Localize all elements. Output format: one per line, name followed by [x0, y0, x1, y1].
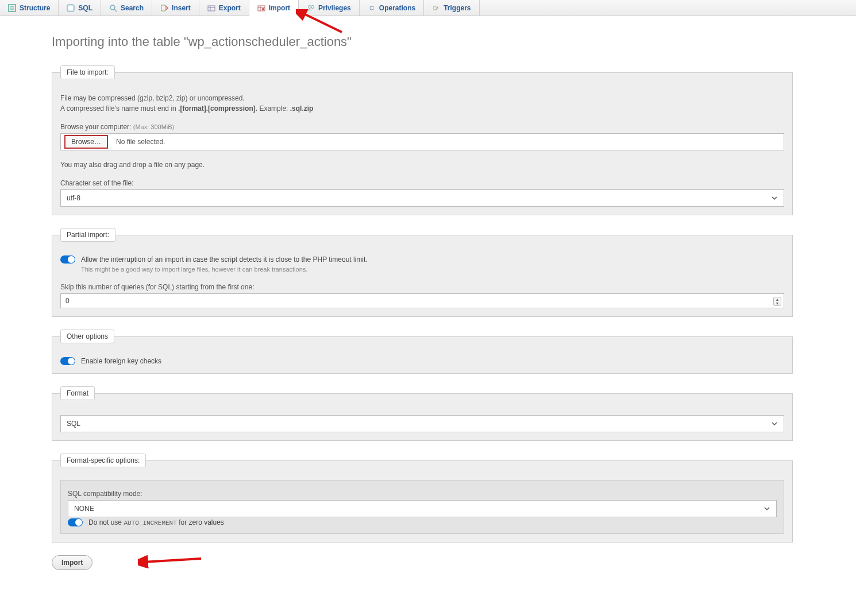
fieldset-format-specific: Format-specific options: SQL compatibili…: [52, 454, 793, 543]
sql-compat-label: SQL compatibility mode:: [68, 490, 777, 498]
insert-icon: [160, 4, 168, 12]
svg-point-16: [309, 5, 311, 8]
page-title: Importing into the table "wp_actionsched…: [52, 34, 804, 49]
charset-label: Character set of the file:: [60, 179, 784, 187]
annotation-arrow-import-btn: [138, 553, 207, 570]
tab-label: SQL: [78, 4, 92, 12]
format-select[interactable]: SQL: [60, 415, 784, 432]
tab-label: Export: [219, 4, 241, 12]
skip-queries-label: Skip this number of queries (for SQL) st…: [60, 283, 784, 291]
tab-import[interactable]: Import: [249, 0, 299, 16]
browse-button[interactable]: Browse…: [64, 135, 108, 149]
tab-label: Privileges: [318, 4, 351, 12]
foreign-key-checks-label: Enable foreign key checks: [81, 357, 161, 365]
search-icon: [109, 4, 117, 12]
svg-rect-5: [68, 6, 73, 10]
sql-compat-select[interactable]: NONE: [68, 500, 777, 517]
tab-privileges[interactable]: Privileges: [299, 0, 360, 16]
export-icon: [207, 4, 215, 12]
top-tabs: Structure SQL Search Insert Export Impor…: [0, 0, 856, 16]
svg-point-6: [110, 5, 115, 10]
toggle-allow-interruption[interactable]: [60, 255, 75, 264]
import-icon: [257, 4, 265, 12]
skip-queries-input[interactable]: 0 ▲▼: [60, 293, 784, 308]
chevron-down-icon: [771, 420, 778, 429]
sql-compat-value: NONE: [74, 505, 94, 513]
chevron-down-icon: [771, 195, 778, 203]
fieldset-other-options: Other options Enable foreign key checks: [52, 330, 793, 374]
fso-inner: SQL compatibility mode: NONE Do not use …: [60, 480, 784, 534]
file-input-row: Browse… No file selected.: [60, 133, 784, 150]
fieldset-format: Format SQL: [52, 386, 793, 441]
tab-label: Import: [269, 4, 290, 12]
skip-queries-value: 0: [65, 297, 70, 305]
file-naming-note: A compressed file's name must end in .[f…: [60, 104, 784, 113]
browse-label-row: Browse your computer: (Max: 300MiB): [60, 123, 784, 131]
file-selected-status: No file selected.: [116, 138, 165, 146]
tab-label: Insert: [172, 4, 191, 12]
auto-increment-label: Do not use AUTO_INCREMENT for zero value…: [88, 518, 224, 526]
svg-point-15: [262, 8, 264, 10]
tab-label: Search: [121, 4, 144, 12]
structure-icon: [8, 4, 16, 12]
allow-interruption-hint: This might be a good way to import large…: [81, 266, 784, 273]
tab-label: Structure: [20, 4, 50, 12]
svg-rect-9: [208, 6, 215, 11]
legend-partial: Partial import:: [60, 228, 115, 242]
svg-line-7: [114, 9, 117, 11]
tab-triggers[interactable]: Triggers: [424, 0, 479, 16]
number-spinner[interactable]: ▲▼: [773, 297, 781, 306]
legend-file: File to import:: [60, 65, 115, 79]
legend-other: Other options: [60, 330, 114, 343]
legend-format: Format: [60, 386, 95, 400]
format-value: SQL: [67, 420, 80, 428]
tab-label: Triggers: [444, 4, 471, 12]
tab-export[interactable]: Export: [199, 0, 249, 16]
browse-label: Browse your computer:: [60, 123, 133, 131]
drag-drop-note: You may also drag and drop a file on any…: [60, 161, 784, 169]
triggers-icon: [432, 4, 440, 12]
operations-icon: [368, 4, 376, 12]
svg-rect-8: [161, 5, 165, 11]
privileges-icon: [307, 4, 315, 12]
fieldset-partial-import: Partial import: Allow the interruption o…: [52, 228, 793, 317]
sql-icon: [67, 4, 75, 12]
import-button[interactable]: Import: [52, 555, 92, 570]
charset-value: utf-8: [67, 194, 80, 202]
tab-operations[interactable]: Operations: [360, 0, 424, 16]
browse-max: (Max: 300MiB): [133, 123, 175, 130]
toggle-foreign-key-checks[interactable]: [60, 357, 75, 365]
tab-sql[interactable]: SQL: [59, 0, 101, 16]
svg-line-21: [144, 559, 201, 562]
charset-select[interactable]: utf-8: [60, 189, 784, 207]
fieldset-file-to-import: File to import: File may be compressed (…: [52, 65, 793, 215]
file-compress-note: File may be compressed (gzip, bzip2, zip…: [60, 94, 784, 102]
legend-fso: Format-specific options:: [60, 454, 146, 467]
svg-point-17: [311, 5, 314, 8]
tab-insert[interactable]: Insert: [152, 0, 199, 16]
tab-label: Operations: [379, 4, 415, 12]
chevron-down-icon: [764, 505, 770, 514]
tab-structure[interactable]: Structure: [0, 0, 59, 16]
toggle-auto-increment-zero[interactable]: [68, 518, 83, 526]
allow-interruption-label: Allow the interruption of an import in c…: [81, 255, 368, 264]
tab-search[interactable]: Search: [101, 0, 152, 16]
